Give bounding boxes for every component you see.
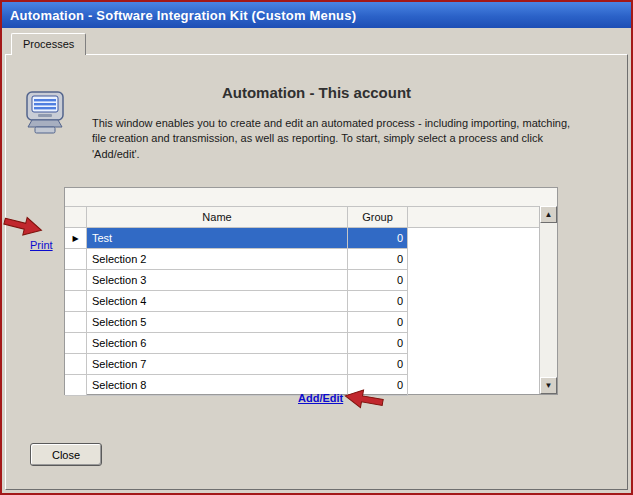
table-row[interactable]: Selection 40 [65, 291, 557, 312]
row-name-cell[interactable]: Selection 2 [87, 249, 348, 270]
row-selector-cell[interactable] [65, 291, 87, 312]
selected-row-marker-icon[interactable]: ▶ [65, 228, 87, 249]
tab-processes[interactable]: Processes [11, 33, 86, 55]
row-selector-cell[interactable] [65, 270, 87, 291]
scroll-down-icon: ▼ [545, 381, 553, 390]
row-group-cell[interactable]: 0 [348, 333, 408, 354]
row-selector-cell[interactable] [65, 249, 87, 270]
table-row[interactable]: ▶Test0 [65, 228, 557, 249]
window-title: Automation - Software Integration Kit (C… [10, 8, 356, 23]
row-name-cell[interactable]: Selection 7 [87, 354, 348, 375]
header-name[interactable]: Name [87, 207, 348, 227]
row-filler [408, 249, 557, 270]
row-selector-cell[interactable] [65, 354, 87, 375]
grid-rows: ▶Test0Selection 20Selection 30Selection … [65, 228, 557, 396]
row-group-cell[interactable]: 0 [348, 291, 408, 312]
row-name-cell[interactable]: Test [87, 228, 348, 249]
row-group-cell[interactable]: 0 [348, 270, 408, 291]
row-filler [408, 291, 557, 312]
description-text: This window enables you to create and ed… [92, 116, 586, 162]
print-link[interactable]: Print [30, 239, 53, 251]
tab-label: Processes [23, 38, 74, 50]
grid-vertical-scrollbar[interactable]: ▲ ▼ [539, 206, 557, 394]
row-selector-cell[interactable] [65, 333, 87, 354]
close-button[interactable]: Close [30, 443, 102, 466]
row-group-cell[interactable]: 0 [348, 228, 408, 249]
scroll-down-button[interactable]: ▼ [540, 377, 557, 394]
automation-robot-icon [22, 86, 68, 138]
scroll-up-button[interactable]: ▲ [540, 206, 557, 223]
page-title: Automation - This account [2, 84, 631, 101]
row-filler [408, 333, 557, 354]
table-row[interactable]: Selection 30 [65, 270, 557, 291]
row-name-cell[interactable]: Selection 6 [87, 333, 348, 354]
grid-top-band [65, 188, 557, 207]
process-grid: Name Group ▶Test0Selection 20Selection 3… [64, 187, 558, 395]
row-group-cell[interactable]: 0 [348, 354, 408, 375]
table-row[interactable]: Selection 60 [65, 333, 557, 354]
row-name-cell[interactable]: Selection 5 [87, 312, 348, 333]
dialog-window: Automation - Software Integration Kit (C… [0, 0, 633, 495]
row-selector-cell[interactable] [65, 312, 87, 333]
row-filler [408, 312, 557, 333]
scroll-up-icon: ▲ [545, 210, 553, 219]
row-group-cell[interactable]: 0 [348, 312, 408, 333]
header-filler [408, 207, 557, 227]
row-name-cell[interactable]: Selection 4 [87, 291, 348, 312]
row-name-cell[interactable]: Selection 3 [87, 270, 348, 291]
table-row[interactable]: Selection 50 [65, 312, 557, 333]
header-gutter-cell [65, 207, 87, 227]
row-filler [408, 375, 557, 396]
row-filler [408, 354, 557, 375]
row-filler [408, 228, 557, 249]
row-group-cell[interactable]: 0 [348, 249, 408, 270]
add-edit-link[interactable]: Add/Edit [298, 392, 343, 404]
table-row[interactable]: Selection 70 [65, 354, 557, 375]
grid-header-row: Name Group [65, 207, 557, 228]
table-row[interactable]: Selection 20 [65, 249, 557, 270]
header-group[interactable]: Group [348, 207, 408, 227]
row-filler [408, 270, 557, 291]
row-selector-cell[interactable] [65, 375, 87, 396]
title-bar[interactable]: Automation - Software Integration Kit (C… [2, 2, 631, 28]
